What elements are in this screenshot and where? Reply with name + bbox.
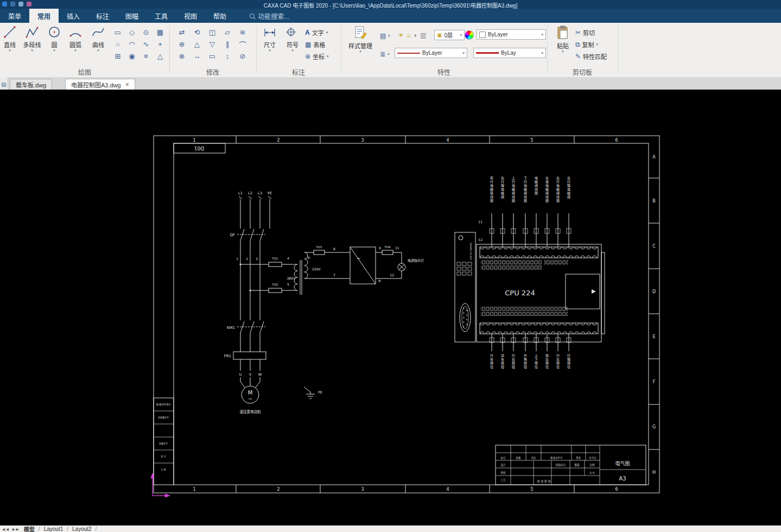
arc-tool-button[interactable]: 圆弧▾: [65, 25, 86, 52]
layer-tool-button[interactable]: ▤▾: [380, 30, 390, 41]
color-wheel-icon[interactable]: [465, 30, 474, 40]
svg-text:旧底图总号: 旧底图总号: [158, 416, 169, 419]
line-tool-button[interactable]: 直线▾: [1, 25, 18, 52]
hatch-icon[interactable]: ▦: [153, 26, 167, 38]
donut-icon[interactable]: ◉: [125, 50, 139, 62]
grid-icon[interactable]: ⊞: [111, 50, 125, 62]
layer-lock-icon[interactable]: ◐: [414, 31, 418, 39]
svg-text:3: 3: [361, 138, 364, 143]
menu-item-home[interactable]: 常用: [29, 9, 59, 23]
doc-tab-dianqikongzhitu[interactable]: 电器控制图A3.dwg ×: [65, 79, 135, 90]
layout-tab-layout2[interactable]: Layout2: [72, 526, 92, 532]
menu-item-insert[interactable]: 插入: [59, 9, 88, 23]
dropdown-arrow-icon: ▾: [326, 31, 328, 34]
linetype-tool-button[interactable]: ≣▾: [380, 49, 390, 60]
menu-item-help[interactable]: 帮助: [205, 9, 234, 23]
arc3pt-icon[interactable]: ◠: [125, 38, 139, 50]
triangle-icon[interactable]: △: [153, 50, 167, 62]
menu-item-sheet[interactable]: 图幅: [117, 9, 147, 23]
line-icon: [3, 25, 17, 39]
svg-text:~: ~: [357, 256, 361, 261]
ellipse-icon[interactable]: ○: [111, 38, 125, 50]
dropdown-arrow-icon: ▾: [462, 52, 465, 55]
layout-tab-layout1[interactable]: Layout1: [44, 526, 64, 532]
rotate-icon[interactable]: ⟲: [190, 26, 204, 38]
menu-item-view[interactable]: 视图: [176, 9, 205, 23]
menu-bar: 菜单 常用 插入 标注 图幅 工具 视图 帮助 功能搜索...: [0, 9, 781, 23]
layout-nav-arrows[interactable]: ◂◂ ▸▸: [2, 526, 20, 532]
centerline-icon[interactable]: +: [153, 38, 167, 50]
symbol-tool-button[interactable]: .1 符号▾: [282, 25, 303, 52]
color-dropdown[interactable]: ByLayer ▾: [477, 29, 546, 40]
scale-icon[interactable]: ▭: [205, 50, 219, 62]
layer-print-icon[interactable]: ▥: [420, 31, 426, 39]
trim-icon[interactable]: ⊕: [175, 38, 189, 50]
svg-text:行左限位: 行左限位: [556, 353, 560, 369]
svg-text:升降按钮: 升降按钮: [524, 353, 528, 369]
svg-text:行车限位: 行车限位: [490, 353, 494, 369]
power-circuit: L1 L2 L3 PE QF 1 2 3 FU1 4 FU2 5: [224, 191, 424, 414]
text-tool-button[interactable]: A 文字▾: [305, 27, 328, 38]
table-tool-button[interactable]: ▦ 表格: [305, 39, 325, 50]
dropdown-arrow-icon: ▾: [596, 43, 599, 46]
plc-cpu224: 有行电磁铁线圈 右行程电磁阀 上行电磁阀线圈 下行电磁阀线圈 电磁阀线圈 左放电…: [455, 176, 605, 369]
linetype-dropdown[interactable]: ByLayer ▾: [395, 48, 467, 58]
ribbon-separator: [341, 25, 341, 73]
layer-select-dropdown[interactable]: ▣ 0层 ▾: [434, 30, 465, 40]
lineweight-dropdown[interactable]: ByLay ▾: [473, 48, 546, 58]
svg-text:签名: 签名: [576, 456, 581, 460]
dock-tool-icon-1[interactable]: ▧: [1, 81, 6, 87]
thermal-relay-label: FR1: [224, 354, 231, 358]
svg-text:D: D: [652, 289, 656, 294]
menu-item-tools[interactable]: 工具: [147, 9, 176, 23]
point-icon[interactable]: ⊙: [139, 26, 153, 38]
close-tab-icon[interactable]: ×: [125, 81, 129, 88]
spline-icon[interactable]: ∿: [139, 38, 153, 50]
extend-icon[interactable]: △: [190, 38, 204, 50]
doc-tab-zaicheban[interactable]: 载车板.dwg: [10, 79, 52, 90]
multiline-icon[interactable]: ≡: [139, 50, 153, 62]
match-properties-button[interactable]: ✎ 特性匹配: [575, 51, 607, 62]
circle-tool-button[interactable]: 圆▾: [46, 25, 63, 52]
ribbon: 直线▾ 多段线▾ 圆▾ 圆弧▾ 曲线▾ ▭ ◇ ⊙ ▦ ○ ◠ ∿ + ⊞: [0, 23, 781, 78]
contactor-label: KM1: [227, 326, 235, 330]
copy-button[interactable]: ⧉ 复制▾: [575, 39, 598, 50]
lengthen-icon[interactable]: ↕: [220, 50, 234, 62]
drawing-canvas[interactable]: 1 2 3 4 5 6 1 2 3 4 5 6 A B C D E F G H …: [0, 90, 781, 525]
chamfer-icon[interactable]: ▽: [205, 38, 219, 50]
svg-text:双车按钮: 双车按钮: [501, 354, 505, 369]
erase-icon[interactable]: ⊘: [236, 50, 250, 62]
array-icon[interactable]: ≋: [236, 26, 250, 38]
offset-icon[interactable]: ▱: [220, 26, 234, 38]
menu-item-annotate[interactable]: 标注: [88, 9, 117, 23]
arc-icon: [68, 25, 82, 39]
coordinate-tool-button[interactable]: ⊕ 坐标▾: [305, 51, 329, 62]
layout-tab-model[interactable]: 模型: [24, 525, 35, 532]
break-icon[interactable]: ⊗: [175, 50, 189, 62]
layer-on-icon[interactable]: ☀: [398, 31, 404, 39]
menu-item-menu[interactable]: 菜单: [0, 9, 29, 23]
svg-text:1:5: 1:5: [590, 471, 595, 474]
fillet-icon[interactable]: ⌒: [236, 38, 250, 50]
function-search[interactable]: 功能搜索...: [250, 9, 289, 23]
polygon-icon[interactable]: ◇: [125, 26, 139, 38]
mirror-icon[interactable]: ◫: [205, 26, 219, 38]
move-icon[interactable]: ⇄: [175, 26, 189, 38]
cut-button[interactable]: ✂ 剪切: [575, 27, 595, 38]
curve-tool-button[interactable]: 曲线▾: [88, 25, 109, 52]
rectangle-icon[interactable]: ▭: [111, 26, 125, 38]
paste-button[interactable]: 粘贴▾: [551, 25, 574, 53]
svg-text:F: F: [653, 379, 656, 384]
svg-text:12: 12: [478, 238, 482, 242]
paper-size: A3: [619, 476, 626, 482]
layer-freeze-icon[interactable]: ☼: [406, 31, 412, 39]
parallel-icon[interactable]: ∥: [220, 38, 234, 50]
style-manager-button[interactable]: 样式管理▾: [345, 25, 376, 53]
dimension-tool-button[interactable]: 尺寸▾: [259, 25, 280, 52]
coordinate-icon: ⊕: [305, 53, 310, 60]
svg-text:5: 5: [530, 138, 533, 143]
layers-icon: ▤: [380, 32, 386, 40]
polyline-tool-button[interactable]: 多段线▾: [20, 25, 45, 52]
stretch-icon[interactable]: ↔: [190, 50, 204, 62]
svg-text:2: 2: [246, 257, 248, 261]
